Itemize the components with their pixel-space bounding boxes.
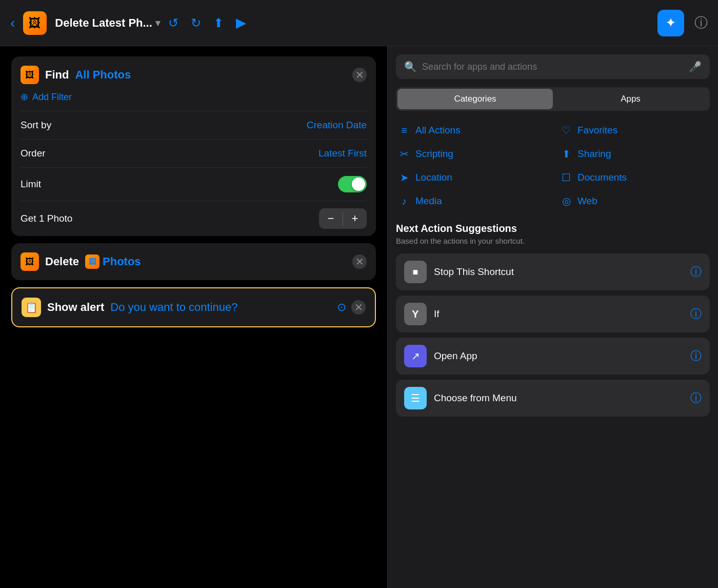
top-bar: ‹ 🖼 Delete Latest Ph... ▾ ↺ ↻ ⬆ ▶ ✦ ⓘ xyxy=(0,0,718,46)
limit-label: Limit xyxy=(21,179,41,190)
media-icon: ♪ xyxy=(398,195,410,207)
suggestion-if[interactable]: Y If ⓘ xyxy=(396,296,710,332)
choose-menu-info-button[interactable]: ⓘ xyxy=(690,390,702,406)
category-favorites[interactable]: ♡ Favorites xyxy=(558,121,710,140)
find-all-photos-label[interactable]: All Photos xyxy=(75,68,131,82)
favorites-icon: ♡ xyxy=(560,124,572,136)
category-scripting[interactable]: ✂ Scripting xyxy=(396,145,548,163)
all-actions-label: All Actions xyxy=(415,125,461,136)
delete-label: Delete xyxy=(45,255,79,268)
undo-button[interactable]: ↺ xyxy=(168,16,178,30)
stepper-plus-button[interactable]: + xyxy=(343,208,367,229)
category-location[interactable]: ➤ Location xyxy=(396,168,548,187)
alert-card-body: 📋 Show alert Do you want to continue? ⊙ … xyxy=(12,288,375,326)
photos-chip-icon: 🖼 xyxy=(85,254,99,269)
stop-shortcut-icon: ■ xyxy=(404,261,427,283)
add-action-button[interactable]: ✦ xyxy=(657,10,684,36)
stop-shortcut-info-button[interactable]: ⓘ xyxy=(690,264,702,280)
delete-card-close-button[interactable]: ✕ xyxy=(352,254,367,269)
scripting-label: Scripting xyxy=(415,148,453,160)
find-card: 🖼 Find All Photos ✕ ⊕ Add Filter Sort by… xyxy=(11,56,376,236)
limit-row[interactable]: Limit xyxy=(11,168,376,201)
categories-grid: ≡ All Actions ♡ Favorites ✂ Scripting ⬆ … xyxy=(396,121,710,210)
category-media[interactable]: ♪ Media xyxy=(396,192,548,210)
delete-card-header: 🖼 Delete 🖼 Photos ✕ xyxy=(11,243,376,280)
photos-chip[interactable]: 🖼 Photos xyxy=(85,254,141,269)
back-button[interactable]: ‹ xyxy=(10,15,15,31)
suggestion-open-app-left: ↗ Open App xyxy=(404,345,477,367)
share-button[interactable]: ⬆ xyxy=(213,16,224,30)
search-icon: 🔍 xyxy=(404,61,417,73)
category-sharing[interactable]: ⬆ Sharing xyxy=(558,145,710,163)
if-icon: Y xyxy=(404,303,427,325)
choose-menu-icon: ☰ xyxy=(404,387,427,409)
alert-left: 📋 Show alert Do you want to continue? xyxy=(22,298,238,317)
suggestion-choose-menu-left: ☰ Choose from Menu xyxy=(404,387,517,409)
open-app-info-button[interactable]: ⓘ xyxy=(690,348,702,364)
suggestions-subtitle: Based on the actions in your shortcut. xyxy=(396,237,710,245)
web-label: Web xyxy=(577,195,597,207)
if-info-button[interactable]: ⓘ xyxy=(690,306,702,322)
plus-circle-icon: ⊕ xyxy=(21,91,28,103)
search-bar[interactable]: 🔍 🎤 xyxy=(396,54,710,79)
suggestion-stop-shortcut[interactable]: ■ Stop This Shortcut ⓘ xyxy=(396,253,710,290)
info-button[interactable]: ⓘ xyxy=(694,14,708,32)
suggestion-open-app[interactable]: ↗ Open App ⓘ xyxy=(396,338,710,375)
shortcut-title: Delete Latest Ph... ▾ xyxy=(55,16,160,30)
category-documents[interactable]: ☐ Documents xyxy=(558,168,710,187)
toggle-thumb xyxy=(352,178,365,191)
stepper-minus-button[interactable]: − xyxy=(319,208,343,229)
title-chevron-icon[interactable]: ▾ xyxy=(155,17,160,29)
tab-switcher: Categories Apps xyxy=(396,87,710,111)
find-card-header: 🖼 Find All Photos ✕ xyxy=(11,56,376,91)
photos-chip-label: Photos xyxy=(103,255,141,268)
sort-by-value[interactable]: Creation Date xyxy=(307,120,367,131)
delete-left: 🖼 Delete 🖼 Photos xyxy=(21,252,141,271)
limit-toggle[interactable] xyxy=(338,176,367,192)
search-input[interactable] xyxy=(422,62,684,72)
right-panel: 🔍 🎤 Categories Apps ≡ All Actions ♡ Favo… xyxy=(387,46,718,588)
mic-icon[interactable]: 🎤 xyxy=(689,61,702,73)
left-panel: 🖼 Find All Photos ✕ ⊕ Add Filter Sort by… xyxy=(0,46,387,588)
get-photo-label: Get 1 Photo xyxy=(21,213,72,224)
category-web[interactable]: ◎ Web xyxy=(558,192,710,210)
add-filter-label: Add Filter xyxy=(32,92,72,103)
open-app-label: Open App xyxy=(434,350,477,362)
category-all-actions[interactable]: ≡ All Actions xyxy=(396,121,548,140)
delete-card: 🖼 Delete 🖼 Photos ✕ xyxy=(11,243,376,280)
play-button[interactable]: ▶ xyxy=(236,15,246,31)
alert-question-label[interactable]: Do you want to continue? xyxy=(110,301,237,314)
find-icon: 🖼 xyxy=(21,66,39,84)
shortcut-title-text: Delete Latest Ph... xyxy=(55,16,152,30)
order-row[interactable]: Order Latest First xyxy=(11,140,376,167)
redo-button[interactable]: ↻ xyxy=(191,16,201,30)
show-alert-card: 📋 Show alert Do you want to continue? ⊙ … xyxy=(11,287,376,327)
sharing-icon: ⬆ xyxy=(560,148,572,160)
suggestion-choose-menu[interactable]: ☰ Choose from Menu ⓘ xyxy=(396,380,710,417)
top-bar-right: ✦ ⓘ xyxy=(657,10,708,36)
sort-by-row[interactable]: Sort by Creation Date xyxy=(11,111,376,139)
all-actions-icon: ≡ xyxy=(398,125,410,136)
tab-apps[interactable]: Apps xyxy=(553,89,708,109)
order-label: Order xyxy=(21,148,46,159)
photo-stepper: − + xyxy=(319,208,367,229)
get-photo-row: Get 1 Photo − + xyxy=(11,201,376,236)
add-filter-button[interactable]: ⊕ Add Filter xyxy=(11,91,376,111)
find-label: Find xyxy=(45,68,69,82)
alert-chevron-icon[interactable]: ⊙ xyxy=(337,301,346,314)
suggestions-title: Next Action Suggestions xyxy=(396,223,710,234)
location-label: Location xyxy=(415,172,452,183)
alert-right: ⊙ ✕ xyxy=(337,300,366,315)
sharing-label: Sharing xyxy=(577,148,611,160)
order-value[interactable]: Latest First xyxy=(318,148,367,159)
alert-card-close-button[interactable]: ✕ xyxy=(351,300,366,315)
find-card-close-button[interactable]: ✕ xyxy=(352,68,367,82)
toolbar-icons: ↺ ↻ ⬆ ▶ xyxy=(168,15,246,31)
suggestion-stop-left: ■ Stop This Shortcut xyxy=(404,261,514,283)
scripting-icon: ✂ xyxy=(398,148,410,160)
sort-by-label: Sort by xyxy=(21,120,51,131)
tab-categories[interactable]: Categories xyxy=(397,89,553,109)
show-alert-label: Show alert xyxy=(47,301,104,314)
shortcut-icon: 🖼 xyxy=(23,11,47,35)
delete-photos-icon: 🖼 xyxy=(21,252,39,271)
